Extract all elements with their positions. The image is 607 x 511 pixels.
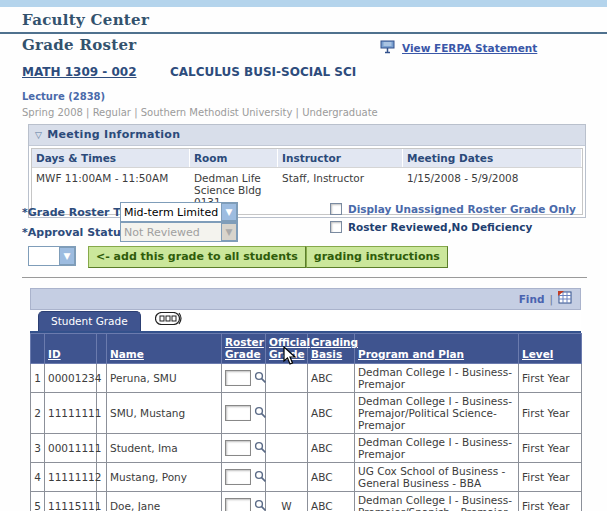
student-grade-table: ID Name Roster Grade Official Grade Grad… [30, 333, 582, 511]
grade-roster-type-value: Mid-term Limited ( [121, 206, 221, 219]
student-id: 11111112 [45, 463, 97, 492]
level: First Year [519, 434, 582, 463]
tab-student-grade[interactable]: Student Grade [38, 311, 141, 331]
roster-grade-cell [222, 364, 266, 393]
roster-grade-cell [222, 492, 266, 511]
find-link[interactable]: Find [519, 293, 545, 305]
grade-lookup-icon[interactable] [254, 441, 267, 456]
roster-reviewed-row: Roster Reviewed,No Deficiency [330, 221, 532, 233]
official-grade [266, 364, 308, 393]
meeting-information-header: ▽Meeting Information [29, 125, 585, 146]
student-name: Mustang, Pony [107, 463, 222, 492]
separator: | [549, 293, 553, 305]
level: First Year [519, 463, 582, 492]
col-instructor: Instructor [278, 149, 403, 167]
table-row: 5 11115111 Doe, Jane W ABC Dedman Colleg… [31, 492, 582, 511]
header-level[interactable]: Level [519, 334, 582, 364]
horizontal-rule [22, 277, 587, 278]
roster-grade-input[interactable] [225, 370, 251, 386]
row-number: 1 [31, 364, 45, 393]
browser-top-strip [0, 0, 607, 7]
row-number: 3 [31, 434, 45, 463]
chevron-down-icon[interactable]: ▼ [221, 203, 237, 221]
header-gap [97, 334, 107, 364]
program-and-plan: Dedman College I - Business-Premajor/Pol… [355, 393, 519, 434]
header-grading-basis[interactable]: Grading Basis [308, 334, 355, 364]
chevron-down-icon: ▼ [221, 223, 237, 241]
meeting-information-title: Meeting Information [47, 128, 180, 141]
download-to-excel-icon[interactable] [558, 291, 572, 307]
quick-grade-select[interactable]: ▼ [28, 246, 76, 266]
roster-reviewed-checkbox[interactable] [330, 221, 342, 233]
row-number: 4 [31, 463, 45, 492]
meeting-columns: Days & Times Room Instructor Meeting Dat… [32, 149, 582, 167]
course-code-link[interactable]: MATH 1309 - 002 [22, 65, 137, 79]
student-grade-grid: Find | Student Grade [30, 288, 581, 511]
roster-grade-input[interactable] [225, 440, 251, 456]
grading-basis: ABC [308, 492, 355, 511]
header-name[interactable]: Name [107, 334, 222, 364]
view-ferpa-link[interactable]: View FERPA Statement [402, 42, 537, 54]
header-rownum [31, 334, 45, 364]
approval-status-label: *Approval Status [22, 226, 127, 239]
header-roster-grade[interactable]: Roster Grade [222, 334, 266, 364]
grade-lookup-icon[interactable] [254, 499, 267, 511]
roster-grade-input[interactable] [225, 498, 251, 511]
display-unassigned-row: Display Unassigned Roster Grade Only [330, 203, 576, 215]
roster-grade-input[interactable] [225, 469, 251, 485]
level: First Year [519, 393, 582, 434]
term-info: Spring 2008 | Regular | Southern Methodi… [22, 107, 378, 118]
ferpa-statement[interactable]: View FERPA Statement [380, 39, 537, 57]
app-title: Faculty Center [0, 9, 607, 34]
chevron-down-icon[interactable]: ▼ [59, 247, 75, 265]
show-all-columns-icon[interactable] [155, 312, 183, 328]
grade-lookup-icon[interactable] [254, 406, 267, 421]
collapse-triangle-icon[interactable]: ▽ [35, 130, 42, 140]
level: First Year [519, 364, 582, 393]
level: First Year [519, 492, 582, 511]
table-row: 1 00001234 Peruna, SMU ABC Dedman Colleg… [31, 364, 582, 393]
student-name: SMU, Mustang [107, 393, 222, 434]
grading-basis: ABC [308, 434, 355, 463]
student-id: 00001234 [45, 364, 97, 393]
page-title: Grade Roster [22, 36, 137, 54]
class-component: Lecture (2838) [22, 91, 105, 102]
student-grade-table-body: 1 00001234 Peruna, SMU ABC Dedman Colleg… [31, 364, 582, 511]
roster-grade-cell [222, 463, 266, 492]
row-number: 5 [31, 492, 45, 511]
approval-status-select: Not Reviewed ▼ [120, 222, 238, 242]
student-id: 11111111 [45, 393, 97, 434]
grade-lookup-icon[interactable] [254, 470, 267, 485]
student-id: 00011111 [45, 434, 97, 463]
student-id: 11115111 [45, 492, 97, 511]
roster-reviewed-label: Roster Reviewed,No Deficiency [348, 221, 532, 233]
display-unassigned-checkbox[interactable] [330, 203, 342, 215]
roster-grade-cell [222, 434, 266, 463]
roster-grade-cell [222, 393, 266, 434]
program-and-plan: Dedman College I - Business-Premajor [355, 364, 519, 393]
official-grade [266, 463, 308, 492]
course-line: MATH 1309 - 002 CALCULUS BUSI-SOCIAL SCI [22, 65, 356, 79]
grade-lookup-icon[interactable] [254, 371, 267, 386]
roster-grade-input[interactable] [225, 405, 251, 421]
header-official-grade[interactable]: Official Grade [266, 334, 308, 364]
grading-basis: ABC [308, 364, 355, 393]
grid-tab-strip: Student Grade [30, 310, 581, 333]
student-name: Doe, Jane [107, 492, 222, 511]
header-id[interactable]: ID [45, 334, 97, 364]
student-name: Student, Ima [107, 434, 222, 463]
student-name: Peruna, SMU [107, 364, 222, 393]
grading-instructions-button[interactable]: grading instructions [306, 246, 448, 268]
grading-basis: ABC [308, 463, 355, 492]
ferpa-sign-icon [380, 39, 395, 57]
program-and-plan: Dedman College I - Business-Premajor/Spa… [355, 492, 519, 511]
grading-basis: ABC [308, 393, 355, 434]
official-grade: W [266, 492, 308, 511]
add-grade-to-all-button[interactable]: <- add this grade to all students [88, 246, 306, 268]
display-unassigned-label: Display Unassigned Roster Grade Only [348, 203, 576, 215]
col-days-times: Days & Times [32, 149, 190, 167]
grade-roster-type-select[interactable]: Mid-term Limited ( ▼ [120, 202, 238, 222]
header-program-plan[interactable]: Program and Plan [355, 334, 519, 364]
table-header-row: ID Name Roster Grade Official Grade Grad… [31, 334, 582, 364]
quick-grade-row: ▼ <- add this grade to all students grad… [28, 246, 448, 268]
